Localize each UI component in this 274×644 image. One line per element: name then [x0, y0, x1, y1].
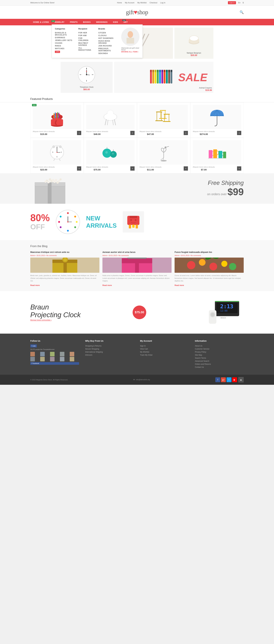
gallery-img-1: [30, 352, 35, 356]
add-cart-4[interactable]: +: [237, 131, 241, 135]
nav-home[interactable]: Home: [117, 2, 122, 4]
cat-jewellery-sets[interactable]: Jewellery Sets: [55, 39, 72, 42]
svg-rect-61: [57, 112, 58, 118]
cat-earrings[interactable]: Earrings: [55, 36, 72, 39]
info-link-2[interactable]: Customer Service: [195, 348, 244, 350]
language-selector[interactable]: En: [238, 2, 241, 4]
svg-point-53: [59, 115, 63, 119]
info-link-3[interactable]: Privacy Policy: [195, 350, 244, 354]
brand-hugo-boss[interactable]: Hugo Boss Orange: [98, 40, 115, 44]
nertppe-image: [177, 30, 211, 51]
brand-jon[interactable]: Jon Richard: [98, 44, 115, 47]
add-cart-1[interactable]: +: [77, 131, 81, 135]
currency-selector[interactable]: $: [243, 2, 244, 4]
product-name-4: Aliquam lorem sitrus streaudu: [193, 130, 215, 132]
brand-precious-sentiments[interactable]: Precious Sentiments: [98, 47, 115, 52]
info-link-8[interactable]: Contact Us: [195, 366, 244, 369]
info-link-5[interactable]: Search Terms: [195, 356, 244, 360]
fb-button[interactable]: f Like: [30, 344, 37, 348]
social-google-plus[interactable]: g+: [221, 377, 226, 382]
svg-point-103: [105, 151, 108, 154]
info-link-6[interactable]: Advanced Search: [195, 360, 244, 362]
svg-rect-48: [170, 70, 172, 72]
svg-point-134: [74, 226, 76, 228]
add-cart-3[interactable]: +: [184, 131, 188, 135]
clock-image: [63, 64, 110, 85]
nav-my-account[interactable]: My Account: [125, 2, 134, 4]
svg-point-127: [58, 180, 60, 182]
gallery-img-4: [60, 352, 64, 356]
svg-point-0: [128, 31, 133, 38]
brand-clogau[interactable]: Clogau: [98, 34, 115, 37]
social-youtube[interactable]: ▶: [232, 377, 237, 382]
brand-citizen[interactable]: Citizen: [98, 32, 115, 34]
account-link-2[interactable]: View Cart: [140, 348, 189, 350]
rec-multibuy[interactable]: MultiBuy Savings: [78, 42, 92, 46]
social-twitter[interactable]: t: [227, 377, 231, 382]
nav-log-in[interactable]: Log In: [160, 2, 165, 4]
gallery-img-7: [40, 357, 45, 362]
svg-point-125: [55, 179, 57, 182]
nav-link-home-living[interactable]: Home & Living: [30, 19, 52, 25]
add-cart-5[interactable]: +: [77, 166, 81, 170]
cat-rings[interactable]: Rings: [55, 44, 72, 47]
add-cart-8[interactable]: +: [237, 166, 241, 170]
add-cart-2[interactable]: +: [130, 131, 135, 135]
rec-for-him[interactable]: For Him: [78, 34, 92, 37]
svg-rect-42: [164, 70, 165, 72]
product-promo-price-badge: $75.00: [133, 306, 146, 319]
blog-item-1: Maecenas tristique orci rutrum ante eu A…: [30, 251, 99, 286]
promo-section: 80% OFF NEW ARRIVALS: [0, 204, 274, 240]
gallery-img-3: [50, 352, 55, 356]
account-link-1[interactable]: Sign In: [140, 344, 189, 348]
read-more-1[interactable]: Read more: [30, 284, 40, 286]
add-cart-7[interactable]: +: [184, 166, 188, 170]
sale-overlay: SALE: [178, 71, 207, 84]
svg-rect-144: [129, 225, 131, 228]
account-link-3[interactable]: My Wishlist: [140, 350, 189, 354]
back-to-top-button[interactable]: ▲: [238, 377, 244, 382]
product-promo-link[interactable]: Morque lorem primordial »: [30, 319, 51, 321]
search-icon[interactable]: 🔍: [240, 10, 244, 14]
product-promo-section: Braun Projecting Clock Morque lorem prim…: [0, 291, 274, 334]
cart-button[interactable]: Cart: 0: [228, 1, 236, 4]
rec-for-her[interactable]: For Her: [78, 32, 92, 34]
brands-title: Brands: [98, 28, 115, 30]
gallery-img-9: [60, 357, 64, 362]
brand-hot-diamonds[interactable]: Hot Diamonds: [98, 37, 115, 40]
read-more-3[interactable]: Read more: [175, 284, 184, 286]
why-buy-link-4[interactable]: Inforoom: [85, 354, 134, 356]
info-link-1[interactable]: About Us: [195, 344, 244, 348]
rec-for-children[interactable]: For Children: [78, 37, 92, 42]
svg-rect-32: [152, 70, 154, 72]
nav-checkout[interactable]: Checkout: [149, 2, 157, 4]
svg-rect-30: [150, 70, 152, 72]
add-cart-6[interactable]: +: [130, 166, 135, 170]
account-link-4[interactable]: Track My Order: [140, 354, 189, 356]
cat-watches[interactable]: Watches: [55, 47, 72, 50]
info-link-4[interactable]: Site Map: [195, 354, 244, 356]
product-7-svg: [154, 142, 173, 162]
logo[interactable]: gift♥shop: [126, 9, 148, 16]
rec-all-reductions[interactable]: All Reductions: [78, 46, 92, 52]
why-buy-link-1[interactable]: Shopping & Returns: [85, 344, 134, 348]
svg-line-109: [166, 146, 169, 147]
nav-my-wishlist[interactable]: My Wishlist: [137, 2, 146, 4]
social-facebook[interactable]: f: [215, 377, 220, 382]
why-buy-title: Why Buy From Us: [85, 340, 134, 342]
brand-sekonda[interactable]: Sekonda: [98, 52, 115, 55]
product-image-7: Quick view: [139, 140, 188, 164]
product-image-1: Quick view: [33, 105, 81, 129]
product-item-5: 12 3 6 9 Quick view Aliquam lorem sitrus…: [30, 138, 84, 173]
info-link-7[interactable]: Orders and Returns: [195, 362, 244, 366]
promo-link[interactable]: browse all items ›: [121, 51, 139, 53]
free-shipping-on-orders: on orders over $99: [207, 186, 244, 198]
why-buy-link-2[interactable]: Secure Shopping: [85, 348, 134, 350]
read-more-2[interactable]: Read more: [103, 284, 112, 286]
product-1-info: Aliquam lorem sitrus streaudu $15.00 +: [33, 130, 81, 136]
svg-point-163: [209, 263, 217, 270]
svg-point-123: [52, 179, 54, 182]
why-buy-link-3[interactable]: International Shipping: [85, 350, 134, 354]
cat-bangles[interactable]: Bangles & Bracelets: [55, 32, 72, 36]
cat-chains[interactable]: Chains: [55, 42, 72, 44]
